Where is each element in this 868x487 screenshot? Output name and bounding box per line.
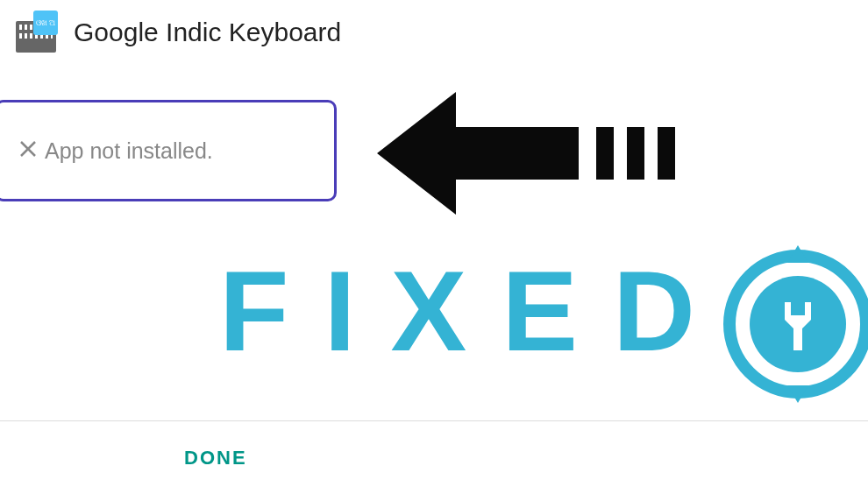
app-title: Google Indic Keyboard [74,18,341,47]
svg-marker-2 [377,92,579,215]
error-text: App not installed. [45,138,213,164]
svg-rect-3 [596,127,614,180]
divider [0,420,868,421]
indic-badge-icon: ଓଖ ଅ [33,11,58,35]
app-icon: ଓଖ ଅ [16,12,56,53]
fixed-overlay-text: FIXED [219,245,730,377]
svg-rect-5 [658,127,675,180]
x-icon [18,138,38,165]
wrench-circle-icon [710,236,868,415]
done-button[interactable]: DONE [184,447,247,469]
svg-rect-4 [627,127,644,180]
header: ଓଖ ଅ Google Indic Keyboard [0,0,868,65]
arrow-left-icon [377,92,675,215]
error-message-box: App not installed. [0,100,337,201]
